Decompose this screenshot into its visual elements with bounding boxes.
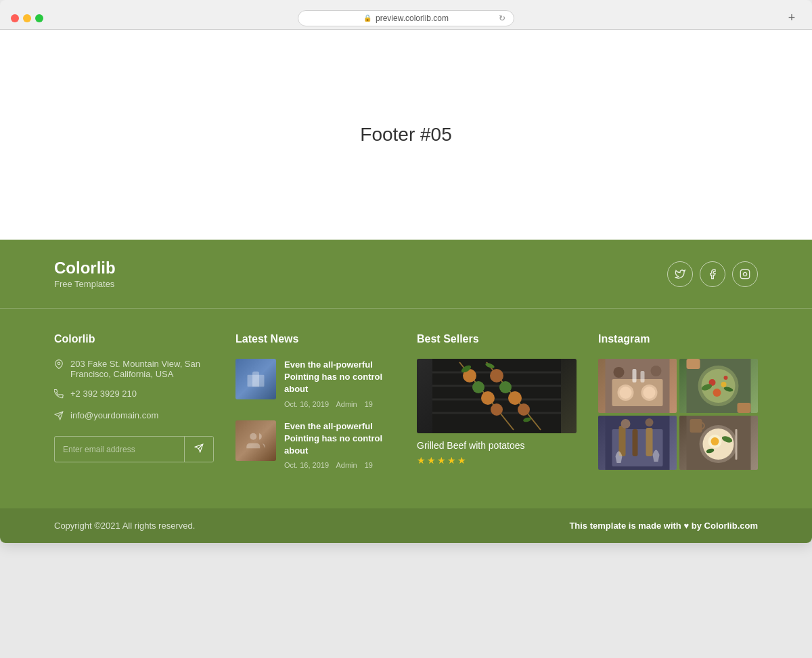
svg-rect-46 bbox=[687, 359, 700, 369]
news-content-1: Even the all-powerful Pointing has no co… bbox=[284, 359, 395, 408]
svg-point-30 bbox=[620, 387, 632, 399]
close-button[interactable] bbox=[11, 14, 19, 22]
news-content-2: Even the all-powerful Pointing has no co… bbox=[284, 420, 395, 470]
instagram-title: Instagram bbox=[598, 333, 758, 345]
svg-rect-52 bbox=[646, 428, 653, 456]
svg-point-18 bbox=[491, 403, 503, 416]
svg-point-21 bbox=[499, 381, 512, 393]
svg-rect-51 bbox=[633, 429, 638, 456]
svg-point-43 bbox=[724, 376, 728, 380]
made-with-text: This template is made with ♥ by bbox=[569, 521, 702, 531]
svg-rect-63 bbox=[690, 419, 702, 433]
email-item: info@yourdomain.com bbox=[54, 410, 214, 422]
news-thumb-1 bbox=[235, 359, 276, 399]
footer: Colorlib Free Templates bbox=[0, 240, 812, 543]
svg-point-16 bbox=[472, 381, 484, 393]
lock-icon: 🔒 bbox=[363, 14, 371, 22]
instagram-photo-3[interactable] bbox=[598, 416, 677, 470]
browser-window: Footer #05 Colorlib Free Templates bbox=[0, 30, 812, 543]
phone-text: +2 392 3929 210 bbox=[70, 389, 137, 399]
brand-name: Colorlib bbox=[54, 259, 116, 278]
news-date-1: Oct. 16, 2019 bbox=[284, 400, 329, 408]
svg-point-42 bbox=[713, 389, 721, 397]
email-text: info@yourdomain.com bbox=[70, 410, 158, 420]
instagram-grid bbox=[598, 359, 758, 470]
brand: Colorlib Free Templates bbox=[54, 259, 116, 289]
news-date-2: Oct. 16, 2019 bbox=[284, 461, 329, 469]
facebook-icon[interactable] bbox=[700, 261, 725, 287]
news-title-1[interactable]: Even the all-powerful Pointing has no co… bbox=[284, 359, 395, 396]
phone-icon bbox=[54, 389, 64, 401]
email-input[interactable] bbox=[55, 437, 184, 462]
refresh-icon[interactable]: ↻ bbox=[499, 14, 505, 23]
email-form bbox=[54, 436, 214, 462]
product-title[interactable]: Grilled Beef with potatoes bbox=[417, 440, 577, 451]
news-thumb-2 bbox=[235, 420, 276, 461]
svg-point-53 bbox=[621, 419, 631, 429]
traffic-lights bbox=[11, 14, 43, 22]
svg-point-35 bbox=[614, 367, 625, 378]
address-item: 203 Fake St. Mountain View, San Francisc… bbox=[54, 359, 214, 379]
instagram-column: Instagram bbox=[598, 333, 758, 481]
made-with: This template is made with ♥ by Colorlib… bbox=[569, 521, 758, 531]
svg-point-41 bbox=[721, 382, 727, 387]
svg-rect-33 bbox=[633, 369, 637, 382]
latest-news-title: Latest News bbox=[235, 333, 395, 345]
email-icon bbox=[54, 411, 64, 422]
made-by-link[interactable]: Colorlib.com bbox=[704, 521, 758, 531]
news-item-2: Even the all-powerful Pointing has no co… bbox=[235, 420, 395, 470]
footer-top: Colorlib Free Templates bbox=[0, 240, 812, 309]
copyright-text: Copyright ©2021 All rights reserved. bbox=[54, 521, 195, 531]
product-image bbox=[417, 359, 577, 433]
svg-point-23 bbox=[518, 403, 530, 416]
news-comments-2: 19 bbox=[365, 461, 373, 469]
footer-columns: Colorlib 203 Fake St. Mountain View, San… bbox=[0, 309, 812, 508]
instagram-photo-4[interactable] bbox=[679, 416, 758, 470]
location-icon bbox=[54, 359, 64, 371]
product-stars: ★★★★★ bbox=[417, 455, 577, 466]
instagram-photo-2[interactable] bbox=[679, 359, 758, 413]
best-sellers-title: Best Sellers bbox=[417, 333, 577, 345]
svg-point-32 bbox=[644, 387, 656, 399]
svg-rect-47 bbox=[738, 403, 751, 413]
news-title-2[interactable]: Even the all-powerful Pointing has no co… bbox=[284, 420, 395, 458]
svg-point-36 bbox=[651, 366, 662, 376]
contact-title: Colorlib bbox=[54, 333, 214, 345]
svg-rect-62 bbox=[736, 429, 738, 460]
svg-point-59 bbox=[711, 437, 719, 445]
page-title: Footer #05 bbox=[360, 124, 451, 146]
latest-news-column: Latest News Even the all-powerf bbox=[235, 333, 395, 481]
svg-point-22 bbox=[508, 391, 522, 405]
svg-point-20 bbox=[490, 369, 503, 382]
address-bar[interactable]: 🔒 preview.colorlib.com ↻ bbox=[298, 10, 514, 26]
phone-item: +2 392 3929 210 bbox=[54, 389, 214, 401]
svg-point-54 bbox=[646, 418, 654, 426]
instagram-photo-1[interactable] bbox=[598, 359, 677, 413]
svg-rect-34 bbox=[641, 371, 645, 382]
news-meta-2: Oct. 16, 2019 Admin 19 bbox=[284, 461, 395, 469]
svg-point-8 bbox=[250, 433, 256, 439]
browser-chrome: 🔒 preview.colorlib.com ↻ + bbox=[0, 0, 812, 30]
svg-point-17 bbox=[481, 391, 495, 405]
news-thumb-2-image bbox=[235, 420, 276, 461]
brand-tagline: Free Templates bbox=[54, 279, 116, 289]
food-image-bg bbox=[417, 359, 577, 433]
page-header: Footer #05 bbox=[0, 30, 812, 240]
minimize-button[interactable] bbox=[23, 14, 31, 22]
email-submit-button[interactable] bbox=[184, 437, 213, 462]
news-thumb-1-image bbox=[235, 359, 276, 399]
contact-column: Colorlib 203 Fake St. Mountain View, San… bbox=[54, 333, 214, 481]
fullscreen-button[interactable] bbox=[35, 14, 43, 22]
news-item-1: Even the all-powerful Pointing has no co… bbox=[235, 359, 395, 408]
news-comments-1: 19 bbox=[365, 400, 373, 408]
svg-rect-0 bbox=[740, 269, 749, 278]
svg-point-2 bbox=[58, 362, 60, 365]
social-icons bbox=[667, 261, 758, 287]
new-tab-button[interactable]: + bbox=[782, 9, 801, 28]
twitter-icon[interactable] bbox=[667, 261, 693, 287]
footer-bottom: Copyright ©2021 All rights reserved. Thi… bbox=[0, 508, 812, 543]
news-author-2: Admin bbox=[336, 461, 357, 469]
instagram-icon[interactable] bbox=[732, 261, 758, 287]
news-meta-1: Oct. 16, 2019 Admin 19 bbox=[284, 400, 395, 408]
best-sellers-column: Best Sellers bbox=[417, 333, 577, 481]
